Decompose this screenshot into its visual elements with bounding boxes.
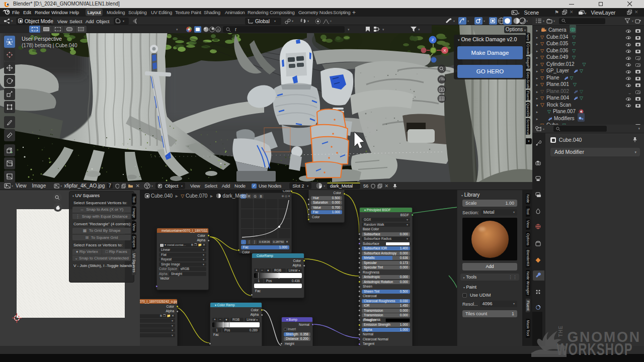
svg-text:THE: THE (558, 325, 564, 337)
svg-text:Z: Z (432, 38, 434, 42)
svg-text:WORKSHOP: WORKSHOP (556, 340, 633, 358)
svg-text:X: X (443, 48, 446, 53)
